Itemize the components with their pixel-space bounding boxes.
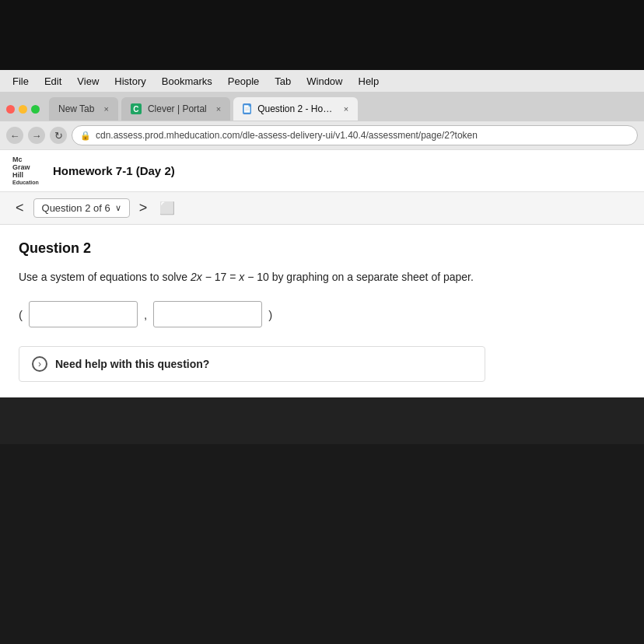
window-close-btn[interactable] <box>6 105 15 114</box>
open-paren: ( <box>19 308 23 321</box>
lock-icon: 🔒 <box>80 131 91 141</box>
tab-new-tab[interactable]: New Tab × <box>49 97 118 121</box>
back-button[interactable]: ← <box>6 127 23 144</box>
menu-people[interactable]: People <box>228 75 259 87</box>
next-question-button[interactable]: > <box>136 198 151 218</box>
answer-row: ( , ) <box>19 301 625 327</box>
tab-close-question[interactable]: × <box>344 104 348 114</box>
menu-bar: File Edit View History Bookmarks People … <box>0 70 644 92</box>
prev-question-button[interactable]: < <box>12 198 27 218</box>
mh-header: Mc Graw Hill Education Homework 7-1 (Day… <box>0 150 644 192</box>
help-section[interactable]: › Need help with this question? <box>19 346 485 382</box>
menu-window[interactable]: Window <box>306 75 342 87</box>
comma-separator: , <box>144 308 147 321</box>
top-bezel <box>0 0 644 70</box>
tab-clever-favicon: C <box>131 103 142 114</box>
mh-logo: Mc Graw Hill Education <box>12 156 44 185</box>
menu-bookmarks[interactable]: Bookmarks <box>162 75 212 87</box>
address-bar[interactable]: 🔒 cdn.assess.prod.mheducation.com/dle-as… <box>72 125 638 145</box>
answer-input-2[interactable] <box>153 301 262 327</box>
menu-view[interactable]: View <box>77 75 99 87</box>
question-body: Question 2 Use a system of equations to … <box>0 225 644 397</box>
help-circle-icon: › <box>32 356 47 372</box>
tab-new-tab-label: New Tab <box>58 103 94 114</box>
question-text: Use a system of equations to solve 2x − … <box>19 269 625 285</box>
menu-tab[interactable]: Tab <box>275 75 291 87</box>
answer-input-1[interactable] <box>29 301 138 327</box>
tab-question-label: Question 2 - Homework 7- <box>257 103 334 114</box>
bottom-bezel <box>0 397 644 444</box>
logo-hill: Hill <box>12 172 44 180</box>
menu-file[interactable]: File <box>12 75 29 87</box>
tab-clever[interactable]: C Clever | Portal × <box>121 97 230 121</box>
menu-history[interactable]: History <box>114 75 145 87</box>
hw-title: Homework 7-1 (Day 2) <box>53 164 175 177</box>
menu-help[interactable]: Help <box>359 75 380 87</box>
tab-question-favicon: 📄 <box>243 103 251 114</box>
forward-button[interactable]: → <box>28 127 45 144</box>
help-text: Need help with this question? <box>55 358 209 370</box>
tab-bar: New Tab × C Clever | Portal × 📄 Question… <box>0 92 644 121</box>
question-number: Question 2 <box>19 240 625 257</box>
window-minimize-btn[interactable] <box>19 105 27 114</box>
refresh-button[interactable]: ↻ <box>50 127 67 144</box>
q-nav: < Question 2 of 6 ∨ > ⬜ <box>0 192 644 225</box>
address-bar-row: ← → ↻ 🔒 cdn.assess.prod.mheducation.com/… <box>0 121 644 149</box>
browser-window: File Edit View History Bookmarks People … <box>0 70 644 397</box>
menu-edit[interactable]: Edit <box>44 75 61 87</box>
tab-close-new[interactable]: × <box>103 104 108 114</box>
window-maximize-btn[interactable] <box>31 105 40 114</box>
chevron-down-icon: ∨ <box>115 203 121 213</box>
tab-question[interactable]: 📄 Question 2 - Homework 7- × <box>233 97 358 121</box>
question-selector[interactable]: Question 2 of 6 ∨ <box>33 198 130 218</box>
close-paren: ) <box>268 308 272 321</box>
tab-close-clever[interactable]: × <box>216 104 221 114</box>
bookmark-icon[interactable]: ⬜ <box>159 201 175 215</box>
logo-education: Education <box>12 180 44 186</box>
url-text: cdn.assess.prod.mheducation.com/dle-asse… <box>96 130 478 141</box>
question-nav-label: Question 2 of 6 <box>42 202 110 214</box>
page-content: Mc Graw Hill Education Homework 7-1 (Day… <box>0 149 644 397</box>
tab-clever-label: Clever | Portal <box>148 103 207 114</box>
